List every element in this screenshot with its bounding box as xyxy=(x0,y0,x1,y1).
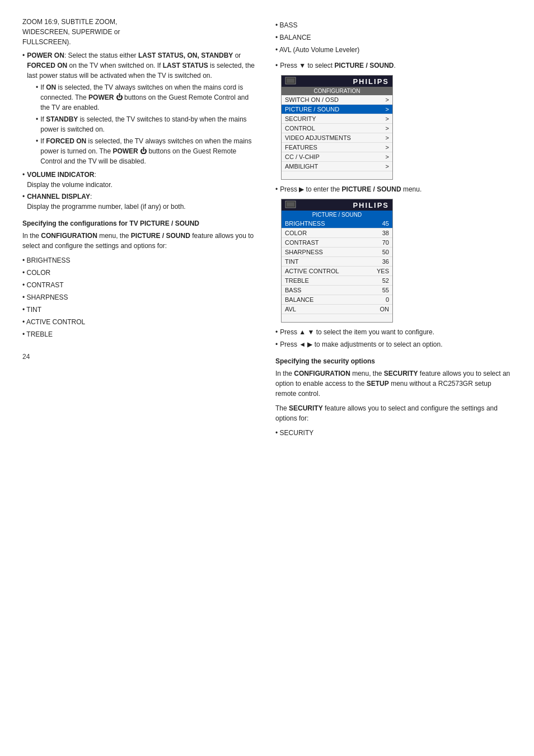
menu2-row-3: SHARPNESS 50 xyxy=(282,248,392,257)
menu2-row-8: BALANCE 0 xyxy=(282,295,392,305)
option-avl: AVL (Auto Volume Leveler) xyxy=(275,44,512,56)
press-right-instruction: • Press ▶ to enter the PICTURE / SOUND m… xyxy=(275,184,512,194)
right-column: BASS BALANCE AVL (Auto Volume Leveler) •… xyxy=(275,17,512,444)
menu2-title: PICTURE / SOUND xyxy=(282,211,392,219)
press-down-instruction: • Press ▼ to select PICTURE / SOUND. xyxy=(275,60,512,71)
svg-rect-1 xyxy=(287,78,294,83)
menu2-icon xyxy=(285,200,296,209)
menu1-row-7: AMBILIGHT > xyxy=(282,162,392,171)
option-color: COLOR xyxy=(22,267,259,279)
menu2-row-9: AVL ON xyxy=(282,305,392,314)
option-tint: TINT xyxy=(22,304,259,316)
intro-text: ZOOM 16:9, SUBTITLE ZOOM, WIDESCREEN, SU… xyxy=(22,17,259,47)
menu1-philips-label: PHILIPS xyxy=(353,77,389,86)
menu1-row-0: SWITCH ON / OSD > xyxy=(282,95,392,105)
menu1-title: CONFIGURATION xyxy=(282,87,392,95)
option-bass: BASS xyxy=(275,19,512,31)
power-on-bullet: • POWER ON: Select the status either LAS… xyxy=(22,50,259,166)
menu1-rows: SWITCH ON / OSD > PICTURE / SOUND > SECU… xyxy=(282,95,392,171)
menu2-row-2: CONTRAST 70 xyxy=(282,238,392,248)
option-treble: TREBLE xyxy=(22,328,259,340)
option-active-control: ACTIVE CONTROL xyxy=(22,316,259,328)
security-intro-text: In the CONFIGURATION menu, the SECURITY … xyxy=(275,368,512,399)
menu1-row-6: CC / V-CHIP > xyxy=(282,152,392,162)
menu1-row-4: VIDEO ADJUSTMENTS > xyxy=(282,133,392,143)
menu1-row-5: FEATURES > xyxy=(282,143,392,152)
picture-sound-options-list: BRIGHTNESS COLOR CONTRAST SHARPNESS TINT… xyxy=(22,254,259,340)
menu1-icon xyxy=(285,77,296,86)
option-brightness: BRIGHTNESS xyxy=(22,254,259,267)
menu2-row-5: ACTIVE CONTROL YES xyxy=(282,267,392,276)
menu1-row-1: PICTURE / SOUND > xyxy=(282,105,392,114)
menu2-row-7: BASS 55 xyxy=(282,286,392,295)
volume-indicator-bullet: • VOLUME INDICATOR: Display the volume i… xyxy=(22,170,259,190)
menu2-row-4: TINT 36 xyxy=(282,257,392,267)
sub-bullet-forced-on: • If FORCED ON is selected, the TV alway… xyxy=(36,136,259,166)
left-column: ZOOM 16:9, SUBTITLE ZOOM, WIDESCREEN, SU… xyxy=(22,17,259,444)
menu2-row-1: COLOR 38 xyxy=(282,228,392,238)
nav-instruction-2: • Press ◄ ▶ to make adjustments or to se… xyxy=(275,339,512,349)
sub-bullets: • If ON is selected, the TV always switc… xyxy=(36,82,259,166)
nav-instruction-1: • Press ▲ ▼ to select the item you want … xyxy=(275,327,512,337)
section-intro-text: In the CONFIGURATION menu, the PICTURE /… xyxy=(22,231,259,251)
menu2-row-0: BRIGHTNESS 45 xyxy=(282,219,392,228)
sub-bullet-standby: • If STANDBY is selected, the TV switche… xyxy=(36,114,259,134)
option-contrast: CONTRAST xyxy=(22,279,259,291)
page-number: 24 xyxy=(22,352,259,362)
section-heading-picture-sound: Specifying the configurations for TV PIC… xyxy=(22,218,259,228)
menu2-philips-label: PHILIPS xyxy=(353,201,389,209)
svg-rect-3 xyxy=(287,202,294,207)
configuration-menu: PHILIPS CONFIGURATION SWITCH ON / OSD > … xyxy=(281,75,393,180)
option-balance: BALANCE xyxy=(275,31,512,44)
menu2-row-6: TREBLE 52 xyxy=(282,276,392,286)
page-container: ZOOM 16:9, SUBTITLE ZOOM, WIDESCREEN, SU… xyxy=(22,17,512,444)
menu1-row-3: CONTROL > xyxy=(282,124,392,133)
security-options-list: SECURITY xyxy=(275,427,512,439)
option-security: SECURITY xyxy=(275,427,512,439)
channel-display-bullet: • CHANNEL DISPLAY: Display the programme… xyxy=(22,192,259,212)
security-second-para: The SECURITY feature allows you to selec… xyxy=(275,403,512,423)
more-options-list: BASS BALANCE AVL (Auto Volume Leveler) xyxy=(275,19,512,56)
security-section-heading: Specifying the security options xyxy=(275,356,512,366)
option-sharpness: SHARPNESS xyxy=(22,291,259,304)
menu2-rows: BRIGHTNESS 45 COLOR 38 CONTRAST 70 SHARP… xyxy=(282,219,392,314)
menu1-row-2: SECURITY > xyxy=(282,114,392,124)
picture-sound-menu: PHILIPS PICTURE / SOUND BRIGHTNESS 45 CO… xyxy=(281,199,393,323)
sub-bullet-on: • If ON is selected, the TV always switc… xyxy=(36,82,259,113)
